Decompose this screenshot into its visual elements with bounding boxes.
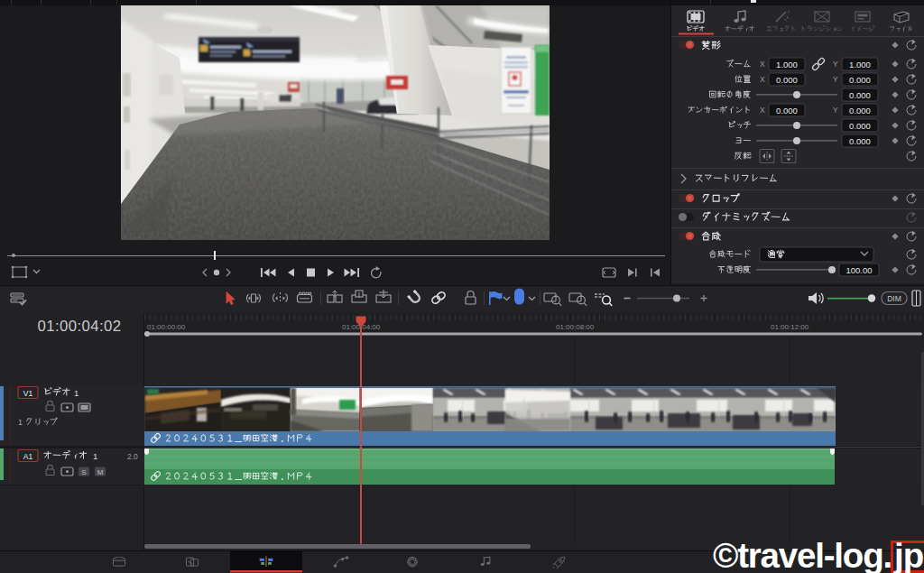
svg-text:01:00:00:00: 01:00:00:00 [147, 323, 186, 331]
svg-text:DIM: DIM [887, 294, 901, 303]
svg-text:M: M [97, 468, 104, 476]
svg-text:1.000: 1.000 [776, 60, 798, 69]
svg-text:S: S [81, 468, 86, 476]
svg-text:0.000: 0.000 [776, 75, 798, 85]
svg-text:X: X [760, 106, 765, 115]
svg-text:100.00: 100.00 [845, 265, 872, 275]
svg-text:0.000: 0.000 [849, 136, 871, 146]
svg-text:01:00:12:00: 01:00:12:00 [771, 323, 809, 331]
svg-text:01:00:08:00: 01:00:08:00 [556, 323, 595, 331]
svg-text:X: X [760, 75, 765, 84]
svg-text:0.000: 0.000 [776, 106, 798, 116]
svg-text:V1: V1 [23, 389, 33, 398]
svg-text:1.000: 1.000 [849, 60, 871, 69]
svg-text:0.000: 0.000 [849, 90, 871, 100]
svg-text:01:00:04:02: 01:00:04:02 [37, 318, 121, 335]
svg-text:X: X [760, 60, 765, 69]
svg-text:A1: A1 [23, 452, 33, 461]
svg-text:0.000: 0.000 [849, 106, 871, 116]
svg-text:0.000: 0.000 [849, 121, 871, 131]
svg-text:1: 1 [74, 388, 79, 398]
svg-text:2.0: 2.0 [127, 452, 138, 461]
svg-text:Y: Y [833, 75, 838, 84]
svg-text:1: 1 [18, 418, 23, 427]
svg-text:Y: Y [833, 106, 838, 115]
svg-text:1: 1 [93, 451, 97, 461]
svg-text:Y: Y [833, 60, 838, 69]
svg-text:0.000: 0.000 [849, 75, 871, 85]
